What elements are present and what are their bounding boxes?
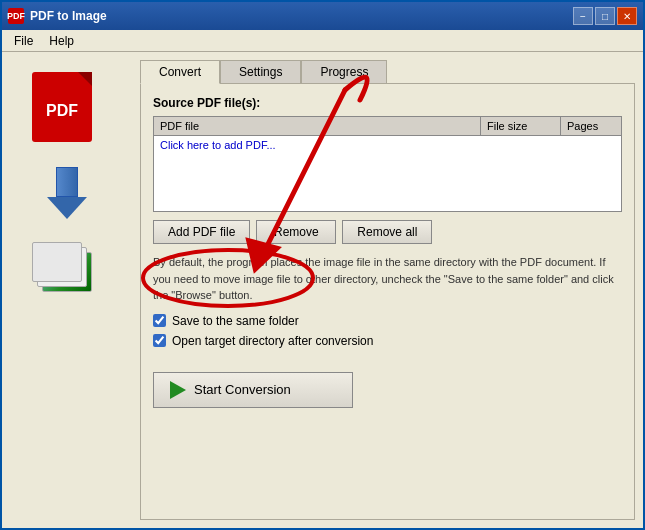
title-bar-left: PDF PDF to Image [8, 8, 107, 24]
start-conversion-label: Start Conversion [194, 382, 291, 397]
arrow-head [47, 197, 87, 219]
image-stack-icon [32, 242, 102, 307]
add-pdf-button[interactable]: Add PDF file [153, 220, 250, 244]
minimize-button[interactable]: − [573, 7, 593, 25]
main-content: PDF [2, 52, 643, 528]
menu-bar: File Help [2, 30, 643, 52]
start-conversion-button[interactable]: Start Conversion [153, 372, 353, 408]
file-table-header: PDF file File size Pages [154, 117, 621, 136]
tab-progress[interactable]: Progress [301, 60, 387, 84]
pdf-icon: PDF [32, 72, 102, 147]
arrow-down-icon [42, 167, 92, 222]
play-icon [170, 381, 186, 399]
tab-convert[interactable]: Convert [140, 60, 220, 84]
app-icon: PDF [8, 8, 24, 24]
right-panel: Convert Settings Progress Source PDF fil… [132, 52, 643, 528]
file-table-body: Click here to add PDF... [154, 136, 621, 211]
title-bar: PDF PDF to Image − □ ✕ [2, 2, 643, 30]
checkbox-open-target-label: Open target directory after conversion [172, 334, 373, 348]
tab-settings[interactable]: Settings [220, 60, 301, 84]
col-header-pages: Pages [561, 117, 621, 135]
maximize-button[interactable]: □ [595, 7, 615, 25]
pdf-icon-body: PDF [32, 72, 92, 142]
tab-content: Source PDF file(s): PDF file File size P… [140, 83, 635, 520]
info-text: By default, the program places the image… [153, 254, 622, 304]
remove-all-button[interactable]: Remove all [342, 220, 432, 244]
checkbox-open-target-row: Open target directory after conversion [153, 334, 622, 348]
checkbox-open-target[interactable] [153, 334, 166, 347]
menu-file[interactable]: File [6, 32, 41, 50]
close-button[interactable]: ✕ [617, 7, 637, 25]
source-label: Source PDF file(s): [153, 96, 622, 110]
col-header-pdf: PDF file [154, 117, 481, 135]
tab-bar: Convert Settings Progress [140, 60, 635, 84]
menu-help[interactable]: Help [41, 32, 82, 50]
checkbox-same-folder[interactable] [153, 314, 166, 327]
pdf-icon-label: PDF [46, 102, 78, 120]
checkbox-same-folder-row: Save to the same folder [153, 314, 622, 328]
col-header-size: File size [481, 117, 561, 135]
add-pdf-link[interactable]: Click here to add PDF... [154, 136, 621, 154]
image-card-front [32, 242, 82, 282]
window-title: PDF to Image [30, 9, 107, 23]
app-icon-text: PDF [7, 11, 25, 21]
image-stack [32, 242, 97, 297]
title-controls: − □ ✕ [573, 7, 637, 25]
checkbox-same-folder-label: Save to the same folder [172, 314, 299, 328]
sidebar: PDF [2, 52, 132, 528]
file-table: PDF file File size Pages Click here to a… [153, 116, 622, 212]
buttons-row: Add PDF file Remove Remove all [153, 220, 622, 244]
main-window: PDF PDF to Image − □ ✕ File Help PDF [0, 0, 645, 530]
arrow-shaft [56, 167, 78, 197]
remove-button[interactable]: Remove [256, 220, 336, 244]
